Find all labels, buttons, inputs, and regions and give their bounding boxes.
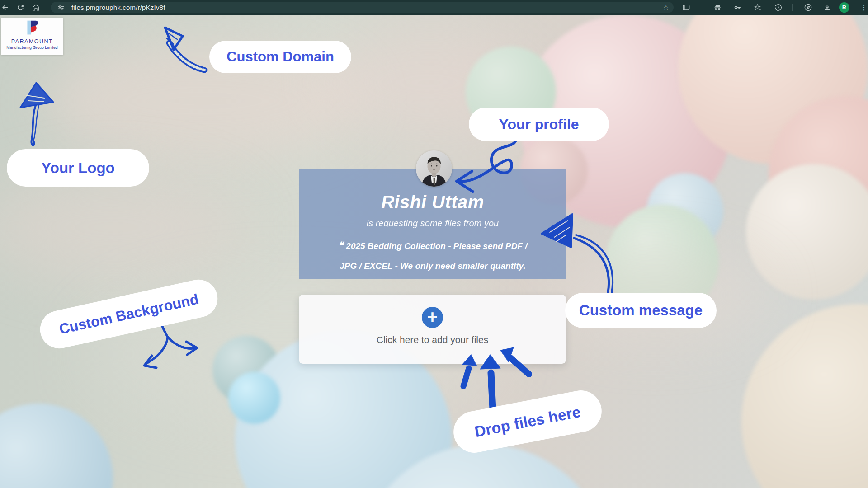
background-sphere <box>228 372 280 424</box>
message-body: 2025 Bedding Collection - Please send PD… <box>340 241 527 271</box>
bookmark-star-icon[interactable]: ☆ <box>663 3 669 12</box>
annotation-custom-domain: Custom Domain <box>209 41 351 73</box>
address-bar[interactable]: files.pmgrouphk.com/r/pKzIv8f ☆ <box>51 2 674 13</box>
annotation-label: Custom message <box>579 302 703 319</box>
eco-leaf-icon[interactable] <box>804 3 812 12</box>
company-logo: PARAMOUNT Manufacturing Group Limited <box>1 18 63 55</box>
custom-message-text: ❝2025 Bedding Collection - Please send P… <box>331 235 534 276</box>
side-panel-icon[interactable] <box>682 3 690 12</box>
portrait-photo <box>416 150 452 187</box>
annotation-label: Drop files here <box>473 403 582 441</box>
incognito-extension-icon[interactable] <box>713 3 722 12</box>
browser-toolbar: files.pmgrouphk.com/r/pKzIv8f ☆ R ⋮ <box>0 0 868 15</box>
browser-menu-icon[interactable]: ⋮ <box>860 2 868 13</box>
background-sphere <box>741 304 868 488</box>
request-subtitle: is requesting some files from you <box>299 218 566 229</box>
back-icon[interactable] <box>1 3 9 12</box>
annotation-custom-message: Custom message <box>565 293 717 328</box>
toolbar-separator <box>700 4 700 11</box>
annotation-label: Your profile <box>499 116 579 133</box>
bookmarks-sparkle-icon[interactable] <box>753 3 762 12</box>
annotation-label: Custom Domain <box>226 49 334 65</box>
annotation-your-logo: Your Logo <box>7 149 149 187</box>
download-icon[interactable] <box>823 3 831 12</box>
quote-icon: ❝ <box>338 240 343 251</box>
annotation-your-profile: Your profile <box>469 108 609 141</box>
url-text[interactable]: files.pmgrouphk.com/r/pKzIv8f <box>71 4 165 11</box>
history-icon[interactable] <box>774 3 783 12</box>
background-cloud <box>0 173 249 282</box>
paramount-logo-icon <box>24 19 40 39</box>
annotation-label: Your Logo <box>41 160 115 177</box>
file-request-page: PARAMOUNT Manufacturing Group Limited Ri… <box>0 15 868 488</box>
toolbar-separator <box>792 4 793 11</box>
home-icon[interactable] <box>32 3 40 12</box>
annotation-drop-files-here: Drop files here <box>450 387 605 456</box>
logo-subtitle: Manufacturing Group Limited <box>1 45 63 50</box>
add-files-plus-button[interactable]: + <box>422 307 443 328</box>
requester-name: Rishi Uttam <box>299 192 566 212</box>
requester-avatar <box>416 150 452 187</box>
browser-profile-avatar[interactable]: R <box>839 2 849 13</box>
browser-window: files.pmgrouphk.com/r/pKzIv8f ☆ R ⋮ <box>0 0 868 488</box>
background-sphere <box>0 404 113 488</box>
password-key-icon[interactable] <box>733 3 742 12</box>
logo-title: PARAMOUNT <box>1 38 63 45</box>
upload-instruction: Click here to add your files <box>299 334 566 345</box>
background-sphere <box>746 164 868 300</box>
site-settings-icon[interactable] <box>57 4 65 12</box>
reload-icon[interactable] <box>16 3 25 12</box>
file-upload-dropzone[interactable]: + Click here to add your files <box>299 295 566 364</box>
